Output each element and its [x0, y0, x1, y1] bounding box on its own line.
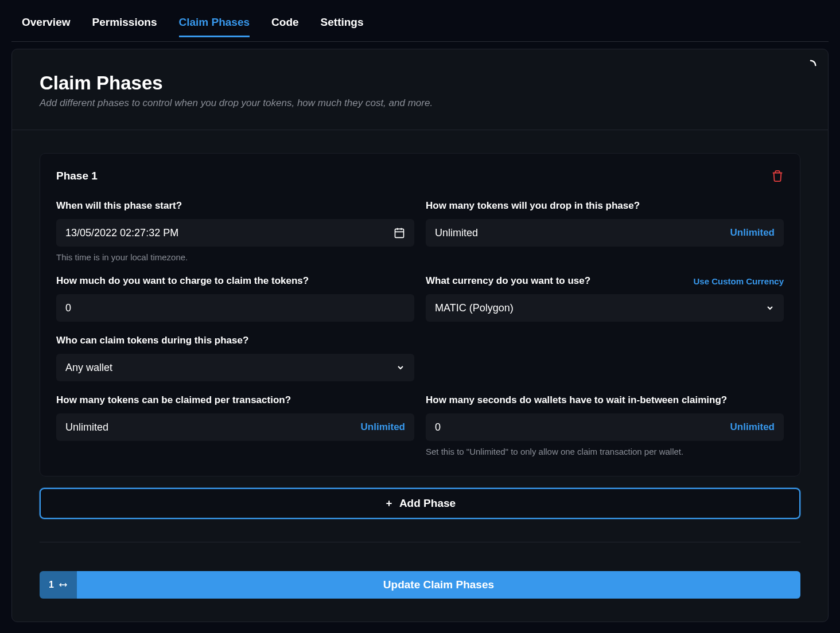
update-phases-button[interactable]: Update Claim Phases: [77, 571, 800, 599]
page-title: Claim Phases: [40, 72, 800, 94]
field-drop-amount: How many tokens will you drop in this ph…: [426, 200, 784, 262]
wait-help: Set this to "Unlimited" to only allow on…: [426, 447, 784, 456]
field-charge: How much do you want to charge to claim …: [56, 275, 414, 322]
who-value: Any wallet: [65, 362, 112, 374]
who-select[interactable]: Any wallet: [56, 354, 414, 381]
calendar-icon: [394, 227, 405, 239]
tab-settings[interactable]: Settings: [321, 16, 364, 37]
trash-icon: [771, 170, 784, 182]
currency-label: What currency do you want to use?: [426, 275, 590, 287]
tab-permissions[interactable]: Permissions: [92, 16, 157, 37]
currency-value: MATIC (Polygon): [435, 302, 514, 314]
phase-header: Phase 1: [56, 170, 784, 182]
field-currency: What currency do you want to use? Use Cu…: [426, 275, 784, 322]
chevron-down-icon: [396, 363, 405, 372]
delete-phase-button[interactable]: [771, 170, 784, 182]
phase-count-value: 1: [49, 580, 54, 590]
field-start-time: When will this phase start? 13/05/2022 0…: [56, 200, 414, 262]
tab-overview[interactable]: Overview: [22, 16, 71, 37]
custom-currency-link[interactable]: Use Custom Currency: [693, 276, 784, 286]
start-time-input[interactable]: 13/05/2022 02:27:32 PM: [56, 219, 414, 247]
charge-label: How much do you want to charge to claim …: [56, 275, 309, 287]
plus-icon: [384, 499, 394, 508]
field-who: Who can claim tokens during this phase? …: [56, 334, 414, 381]
add-phase-label: Add Phase: [399, 497, 456, 510]
phase-card: Phase 1 When will this phase start? 13/0…: [40, 153, 800, 476]
currency-select[interactable]: MATIC (Polygon): [426, 294, 784, 322]
per-tx-label: How many tokens can be claimed per trans…: [56, 394, 291, 406]
add-phase-button[interactable]: Add Phase: [40, 488, 800, 519]
per-tx-unlimited-link[interactable]: Unlimited: [361, 421, 405, 433]
loading-spinner-icon: [805, 60, 816, 71]
start-time-value: 13/05/2022 02:27:32 PM: [65, 227, 178, 239]
nav-tabs: Overview Permissions Claim Phases Code S…: [11, 11, 829, 42]
field-wait: How many seconds do wallets have to wait…: [426, 394, 784, 456]
wait-unlimited-link[interactable]: Unlimited: [730, 421, 775, 433]
panel-body: Phase 1 When will this phase start? 13/0…: [12, 130, 828, 622]
start-time-label: When will this phase start?: [56, 200, 182, 212]
page-subtitle: Add different phases to control when you…: [40, 97, 800, 109]
phase-title: Phase 1: [56, 170, 98, 182]
field-per-tx: How many tokens can be claimed per trans…: [56, 394, 414, 456]
form-grid: When will this phase start? 13/05/2022 0…: [56, 200, 784, 456]
main-panel: Claim Phases Add different phases to con…: [11, 49, 829, 622]
start-time-help: This time is in your local timezone.: [56, 252, 414, 262]
drop-unlimited-link[interactable]: Unlimited: [730, 227, 775, 239]
drop-amount-label: How many tokens will you drop in this ph…: [426, 200, 640, 212]
phase-count-badge: 1: [40, 571, 77, 599]
wait-label: How many seconds do wallets have to wait…: [426, 394, 727, 406]
tab-code[interactable]: Code: [271, 16, 299, 37]
chevron-down-icon: [765, 303, 775, 312]
swap-icon: [59, 580, 68, 589]
charge-input[interactable]: [56, 294, 414, 322]
svg-rect-0: [395, 229, 404, 237]
footer-bar: 1 Update Claim Phases: [40, 542, 800, 599]
tab-claim-phases[interactable]: Claim Phases: [179, 16, 250, 37]
who-label: Who can claim tokens during this phase?: [56, 335, 248, 346]
panel-header: Claim Phases Add different phases to con…: [12, 49, 828, 130]
